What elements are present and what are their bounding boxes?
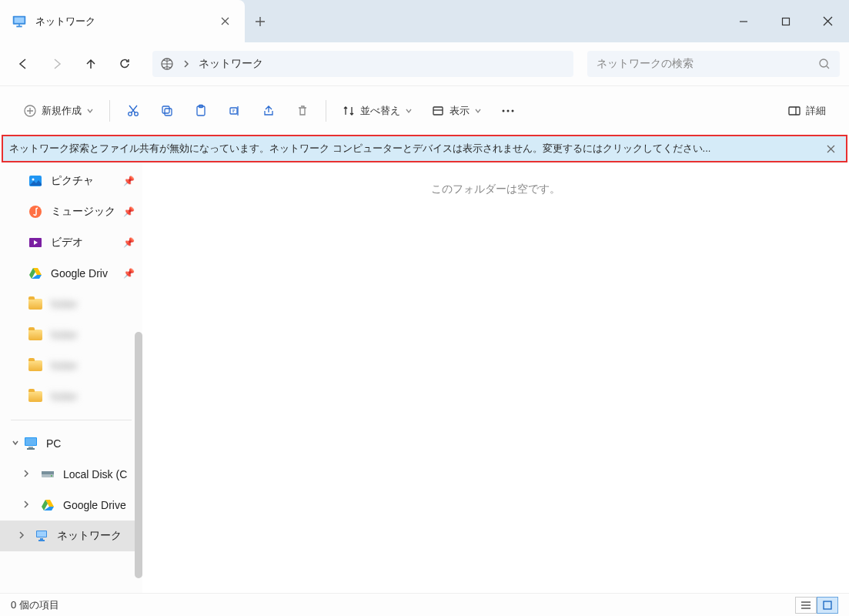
paste-button[interactable]: [186, 97, 216, 125]
sidebar-item-gdrive[interactable]: Google Driv 📌: [0, 258, 142, 289]
item-count: 0 個の項目: [11, 598, 59, 612]
chevron-right-icon: [22, 499, 31, 511]
sidebar-label: folder: [51, 360, 78, 372]
details-view-button[interactable]: [795, 597, 817, 614]
scrollbar-thumb[interactable]: [135, 332, 142, 578]
rename-icon: [228, 104, 242, 118]
sort-label: 並べ替え: [360, 104, 400, 118]
videos-icon: [28, 235, 43, 250]
search-input[interactable]: ネットワークの検索: [587, 51, 840, 77]
gdrive-icon: [28, 266, 43, 281]
sidebar-item-pc[interactable]: PC: [0, 428, 142, 459]
sidebar-label: ピクチャ: [51, 174, 94, 188]
warning-banner[interactable]: ネットワーク探索とファイル共有が無効になっています。ネットワーク コンピューター…: [2, 135, 847, 162]
sidebar-item-folder[interactable]: folder: [0, 320, 142, 350]
banner-close-button[interactable]: [821, 139, 840, 158]
pc-icon: [23, 436, 38, 451]
chevron-down-icon: [86, 107, 94, 115]
share-button[interactable]: [253, 97, 284, 125]
banner-message: ネットワーク探索とファイル共有が無効になっています。ネットワーク コンピューター…: [9, 142, 821, 156]
sidebar-label: ビデオ: [51, 236, 83, 249]
folder-icon: [28, 296, 43, 312]
view-button[interactable]: 表示: [423, 97, 490, 125]
maximize-button[interactable]: [764, 0, 807, 42]
pictures-icon: [28, 173, 43, 189]
pin-icon: 📌: [123, 206, 135, 217]
sidebar-label: folder: [51, 329, 78, 341]
svg-rect-19: [789, 107, 800, 115]
close-button[interactable]: [807, 0, 849, 42]
svg-point-30: [51, 475, 52, 477]
svg-rect-11: [165, 109, 172, 116]
tab-close-button[interactable]: [216, 12, 234, 31]
svg-rect-33: [40, 538, 43, 540]
svg-rect-29: [42, 471, 54, 474]
back-button[interactable]: [9, 50, 37, 78]
sidebar-label: PC: [46, 437, 61, 450]
chevron-down-icon: [405, 107, 413, 115]
sidebar-item-folder[interactable]: folder: [0, 350, 142, 381]
svg-rect-26: [28, 447, 33, 448]
pin-icon: 📌: [123, 268, 135, 279]
minimize-button[interactable]: [722, 0, 764, 42]
tab-active[interactable]: ネットワーク: [0, 0, 245, 42]
details-pane-button[interactable]: 詳細: [780, 97, 834, 125]
sidebar-item-folder[interactable]: folder: [0, 381, 142, 412]
title-bar: ネットワーク: [0, 0, 849, 42]
svg-rect-3: [15, 17, 25, 22]
sidebar-item-folder[interactable]: folder: [0, 289, 142, 320]
new-button[interactable]: 新規作成: [15, 97, 102, 125]
sidebar-label: Local Disk (C: [63, 468, 127, 480]
copy-button[interactable]: [152, 97, 182, 125]
rename-button[interactable]: [219, 97, 250, 125]
plus-circle-icon: [23, 104, 37, 118]
sidebar-item-videos[interactable]: ビデオ 📌: [0, 227, 142, 258]
window-controls: [722, 0, 849, 42]
new-tab-button[interactable]: [245, 0, 276, 42]
sidebar-item-pictures[interactable]: ピクチャ 📌: [0, 166, 142, 196]
clipboard-icon: [194, 104, 208, 118]
address-bar[interactable]: ネットワーク: [152, 51, 573, 77]
sidebar-label: ミュージック: [51, 205, 115, 219]
folder-icon: [28, 327, 43, 343]
svg-rect-2: [18, 24, 20, 25]
sort-icon: [342, 104, 356, 118]
more-button[interactable]: [493, 97, 523, 125]
chevron-down-icon: [474, 107, 482, 115]
globe-icon: [160, 57, 174, 71]
sidebar-item-network[interactable]: ネットワーク: [0, 521, 142, 551]
delete-button[interactable]: [287, 97, 318, 125]
sidebar-label: ネットワーク: [57, 529, 122, 543]
list-icon: [801, 601, 811, 610]
icons-view-button[interactable]: [817, 597, 838, 614]
view-label: 表示: [450, 104, 470, 118]
cut-button[interactable]: [118, 97, 149, 125]
trash-icon: [296, 104, 309, 118]
status-bar: 0 個の項目: [0, 593, 849, 616]
details-label: 詳細: [806, 104, 826, 118]
new-label: 新規作成: [42, 104, 82, 118]
sidebar-label: folder: [51, 390, 78, 403]
pin-icon: 📌: [123, 237, 135, 248]
up-button[interactable]: [77, 50, 105, 78]
sidebar-item-local-disk[interactable]: Local Disk (C: [0, 459, 142, 490]
disk-icon: [40, 467, 55, 482]
svg-rect-14: [230, 108, 237, 114]
sidebar-label: Google Drive: [63, 499, 126, 511]
view-mode-toggle: [795, 597, 838, 614]
sidebar-item-music[interactable]: ミュージック 📌: [0, 196, 142, 227]
content-area: このフォルダーは空です。: [142, 162, 849, 593]
svg-rect-1: [16, 25, 22, 27]
refresh-button[interactable]: [111, 50, 139, 78]
sidebar-item-gdrive2[interactable]: Google Drive: [0, 490, 142, 521]
folder-icon: [28, 389, 43, 404]
svg-point-22: [29, 206, 42, 218]
forward-button[interactable]: [43, 50, 71, 78]
search-icon: [818, 58, 831, 70]
navigation-pane[interactable]: ピクチャ 📌 ミュージック 📌 ビデオ 📌 Google Driv 📌 fold…: [0, 162, 142, 593]
folder-icon: [28, 358, 43, 373]
main-area: ピクチャ 📌 ミュージック 📌 ビデオ 📌 Google Driv 📌 fold…: [0, 162, 849, 593]
grid-icon: [822, 601, 833, 610]
gdrive-icon: [40, 497, 55, 513]
sort-button[interactable]: 並べ替え: [334, 97, 420, 125]
